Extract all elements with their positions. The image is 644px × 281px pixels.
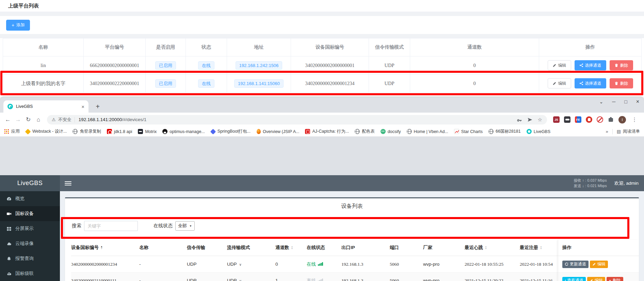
col-platform-id: 平台编号: [84, 38, 146, 56]
delete-button[interactable]: ×删除: [607, 277, 623, 281]
refresh-icon: [565, 262, 568, 266]
update-channels-button[interactable]: 更新通道: [562, 261, 589, 268]
sidebar-item-cloud-record[interactable]: 云端录像: [0, 236, 60, 251]
bookmark-item[interactable]: Webstack - 设计...: [26, 129, 67, 134]
app-logo[interactable]: LiveGBS: [0, 175, 60, 191]
add-platform-button[interactable]: +添加: [6, 20, 30, 31]
star-charts-icon: [454, 129, 459, 134]
filter-row: 搜索 在线状态 全部▼: [72, 221, 639, 231]
hand-blocker-extension-icon[interactable]: [586, 116, 592, 123]
welcome-user[interactable]: 欢迎, admin: [614, 180, 639, 186]
reading-list-button[interactable]: ▤阅读清单: [617, 129, 640, 134]
sidebar-item-gb-cascade[interactable]: 国标级联: [0, 266, 60, 281]
col-gb-id[interactable]: 设备国标编号▲▼: [71, 245, 139, 251]
trash-icon: [614, 63, 618, 67]
stream-mode-select[interactable]: UDP∨: [227, 262, 275, 267]
online-status[interactable]: 在线: [307, 261, 341, 267]
cloud-icon: [6, 241, 12, 246]
livegbs-app: LiveGBS 接收 ↑ : 0.037 Mbps 发送 ↓ : 0.021 M…: [0, 175, 644, 281]
close-icon[interactable]: ×: [636, 99, 639, 105]
browser-toolbar: ← → ↻ ⌂ ⚠ 不安全 192.168.1.141:20000 /#/dev…: [0, 113, 644, 127]
bookmark-item[interactable]: LiveGBS: [527, 129, 550, 134]
delete-button[interactable]: 删除: [610, 60, 633, 70]
home-icon[interactable]: ⌂: [33, 116, 44, 123]
bookmark-item[interactable]: 配色表: [355, 129, 375, 134]
status-badge: 在线: [198, 61, 214, 70]
divider: [612, 129, 613, 134]
send-icon[interactable]: [527, 117, 533, 122]
back-icon[interactable]: ←: [3, 116, 13, 123]
bookmark-star-icon[interactable]: ☆: [538, 117, 542, 123]
platform-table: 名称 平台编号 是否启用 状态 地址 设备国标编号 信令传输模式 通道数 操作 …: [3, 38, 642, 93]
device-row-actions: 更新通道 编辑: [558, 256, 639, 272]
sidebar-item-overview[interactable]: 概览: [0, 191, 60, 206]
online-status-select[interactable]: 全部▼: [175, 221, 195, 231]
col-name: 名称: [139, 245, 187, 251]
bookmark-item[interactable]: jdk1.8 api: [107, 129, 132, 134]
aj-captcha-icon: [305, 129, 310, 134]
minimize-icon[interactable]: ─: [612, 99, 615, 104]
bookmark-item[interactable]: Home | Vben Ad...: [407, 129, 448, 134]
pencil-icon: [592, 262, 596, 266]
browser-tab[interactable]: LiveGBS ×: [3, 100, 88, 113]
bookmark-item[interactable]: 免登录复制: [73, 129, 101, 134]
col-channels[interactable]: 通道数▲▼: [275, 245, 307, 251]
sidebar: 概览 国标设备 分屏展示 云端录像 报警查询 国标级联 用户管理 操作日志 基础…: [0, 191, 60, 281]
tab-close-icon[interactable]: ×: [81, 104, 84, 109]
warning-icon: ⚠: [52, 117, 56, 122]
chevron-down-icon[interactable]: ⌄: [599, 99, 603, 104]
share-icon: [579, 81, 583, 85]
profile-avatar[interactable]: I: [618, 116, 626, 123]
bookmark-item[interactable]: Overview (JSIP A...: [256, 129, 299, 134]
key-icon[interactable]: [517, 117, 522, 122]
address-bar[interactable]: ⚠ 不安全 192.168.1.141:20000 /#/devices/1 ☆: [47, 115, 547, 125]
device-table: 设备国标编号▲▼ 名称 信令传输 流传输模式 通道数▲▼ 在线状态 出口IP 端…: [65, 240, 639, 281]
bookmark-apps[interactable]: 应用: [4, 129, 20, 134]
edit-button[interactable]: 编辑: [548, 78, 571, 88]
device-row: 34020000002110000111 - UDP UDP∨ 1 离线 192…: [71, 272, 633, 281]
stream-mode-select[interactable]: UDP∨: [227, 278, 275, 281]
col-device-gb-id: 设备国标编号: [291, 38, 369, 56]
search-input[interactable]: [84, 221, 138, 231]
sidebar-item-alarm-query[interactable]: 报警查询: [0, 251, 60, 266]
bookmark-item[interactable]: docsify: [381, 129, 401, 134]
col-heartbeat[interactable]: 最近心跳▲▼: [465, 245, 520, 251]
maximize-icon[interactable]: □: [624, 99, 627, 104]
reload-icon[interactable]: ↻: [23, 116, 33, 123]
sidebar-item-split-screen[interactable]: 分屏展示: [0, 221, 60, 236]
edit-button[interactable]: 编辑: [587, 277, 605, 281]
bookmark-item[interactable]: optimus-manage...: [162, 129, 205, 134]
share-icon: [579, 63, 583, 67]
delete-button[interactable]: 删除: [610, 78, 633, 88]
bookmark-item[interactable]: SpringBoot打包...: [211, 129, 251, 134]
table-row: lin 66620000002000000001 已启用 在线 192.168.…: [3, 56, 642, 75]
incognito-extension-icon[interactable]: [564, 116, 570, 123]
edit-button[interactable]: 编辑: [548, 60, 571, 70]
bookmark-item[interactable]: Star Charts: [454, 129, 483, 134]
select-channel-button[interactable]: 选择通道: [575, 78, 606, 88]
sidebar-toggle-icon[interactable]: [65, 180, 71, 186]
network-stats: 接收 ↑ : 0.037 Mbps 发送 ↓ : 0.021 Mbps: [574, 178, 607, 189]
chevron-down-icon: ▼: [189, 225, 192, 228]
livegbs-icon: [527, 129, 532, 134]
select-channel-button[interactable]: 选择通道: [575, 60, 606, 70]
forward-icon[interactable]: →: [13, 116, 23, 123]
edit-button[interactable]: 编辑: [590, 261, 608, 268]
new-tab-button[interactable]: +: [93, 102, 102, 111]
fe-extension-icon[interactable]: FE: [575, 116, 581, 123]
js-extension-icon[interactable]: JS: [553, 116, 560, 123]
bookmarks-bar: 应用 Webstack - 设计... 免登录复制 jdk1.8 api Mot…: [0, 127, 644, 136]
bookmark-item[interactable]: Motrix: [138, 129, 157, 134]
springboot-icon: [210, 129, 216, 134]
bookmark-item[interactable]: 66国标28181: [488, 129, 521, 134]
col-ip: 出口IP: [341, 245, 390, 251]
motrix-icon: [138, 129, 143, 134]
sidebar-item-gb-devices[interactable]: 国标设备: [0, 206, 60, 221]
view-channels-button[interactable]: i查看通道: [562, 277, 586, 281]
bookmarks-overflow-chevron[interactable]: »: [606, 129, 608, 134]
signal-bars-icon: [318, 279, 323, 281]
bookmark-item[interactable]: AJ-Captcha: 行为...: [305, 129, 349, 134]
extensions-puzzle-icon[interactable]: [608, 116, 614, 123]
browser-menu-icon[interactable]: ⋮: [630, 116, 639, 123]
adblock-extension-icon[interactable]: [597, 116, 603, 123]
